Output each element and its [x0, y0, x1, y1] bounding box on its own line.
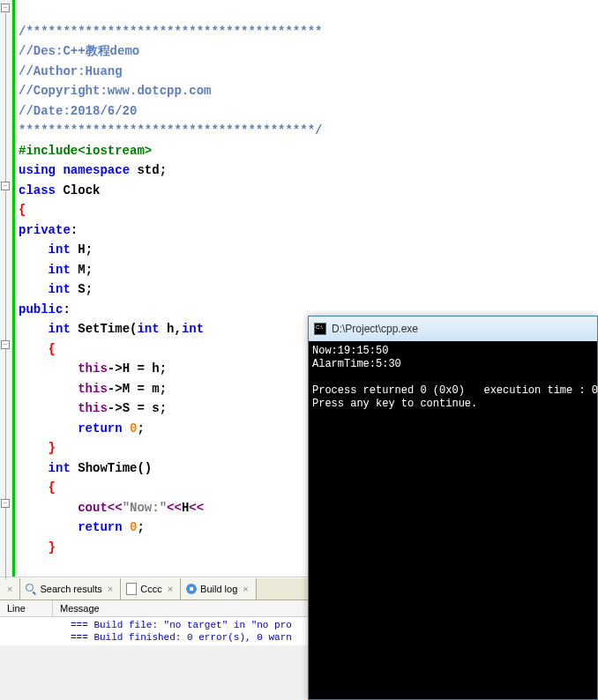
tab-search-results[interactable]: Search results ×: [20, 578, 121, 599]
code-line: this->M = m;: [19, 382, 167, 396]
code-line: //Date:2018/6/20: [19, 104, 137, 118]
code-line: return 0;: [19, 520, 145, 534]
fold-box-icon[interactable]: −: [1, 340, 10, 349]
gear-icon: [186, 584, 197, 594]
code-line: private:: [19, 223, 78, 237]
code-line: {: [19, 203, 26, 217]
search-icon: [26, 584, 36, 594]
col-line[interactable]: Line: [0, 600, 53, 616]
code-line: int H;: [19, 242, 93, 257]
code-line: {: [19, 342, 56, 356]
console-output[interactable]: Now:19:15:50 AlarmTime:5:30 Process retu…: [309, 341, 597, 414]
code-line: class Clock: [19, 183, 100, 197]
tab-label: Cccc: [140, 584, 161, 594]
console-icon: [314, 323, 326, 335]
close-icon[interactable]: ×: [5, 584, 14, 594]
code-line: //Copyright:www.dotcpp.com: [19, 84, 211, 98]
code-line: int S;: [19, 282, 93, 296]
code-line: ****************************************…: [19, 123, 322, 138]
code-line: {: [19, 480, 56, 495]
close-icon[interactable]: ×: [166, 584, 175, 594]
close-icon[interactable]: ×: [106, 584, 115, 594]
code-line: int SetTime(int h,int: [19, 322, 204, 336]
tab-cccc[interactable]: Cccc ×: [121, 578, 181, 599]
code-line: }: [19, 441, 56, 455]
code-line: return 0;: [19, 421, 145, 436]
document-icon: [126, 583, 137, 595]
tab-build-log[interactable]: Build log ×: [181, 578, 257, 599]
tab-label: Build log: [200, 584, 237, 594]
code-line: int ShowTime(): [19, 461, 152, 475]
code-line: this->S = s;: [19, 401, 167, 415]
fold-box-icon[interactable]: −: [1, 182, 10, 190]
console-window[interactable]: D:\Project\cpp.exe Now:19:15:50 AlarmTim…: [308, 316, 598, 700]
console-line: Now:19:15:50: [312, 345, 388, 357]
code-line: using namespace std;: [19, 163, 167, 177]
console-line: Process returned 0 (0x0) execution time …: [312, 384, 598, 397]
console-title-text: D:\Project\cpp.exe: [332, 323, 418, 335]
console-line: AlarmTime:5:30: [312, 358, 401, 370]
tab-label: Search results: [40, 584, 101, 594]
fold-gutter[interactable]: − − − −: [0, 0, 12, 577]
fold-box-icon[interactable]: −: [1, 4, 10, 12]
console-titlebar[interactable]: D:\Project\cpp.exe: [309, 316, 597, 341]
code-line: this->H = h;: [19, 361, 167, 376]
code-line: }: [19, 540, 56, 555]
close-icon[interactable]: ×: [241, 584, 250, 594]
code-line: public:: [19, 302, 71, 316]
code-line: //Author:Huang: [19, 64, 123, 78]
code-line: cout<<"Now:"<<H<<: [19, 501, 204, 515]
code-line: int M;: [19, 263, 93, 277]
code-line: //Des:C++教程demo: [19, 44, 139, 58]
fold-box-icon[interactable]: −: [1, 499, 10, 508]
code-line: #include<iostream>: [19, 144, 152, 158]
console-line: Press any key to continue.: [312, 398, 477, 410]
tab-close-left[interactable]: ×: [0, 578, 20, 599]
code-line: /***************************************…: [19, 25, 322, 39]
